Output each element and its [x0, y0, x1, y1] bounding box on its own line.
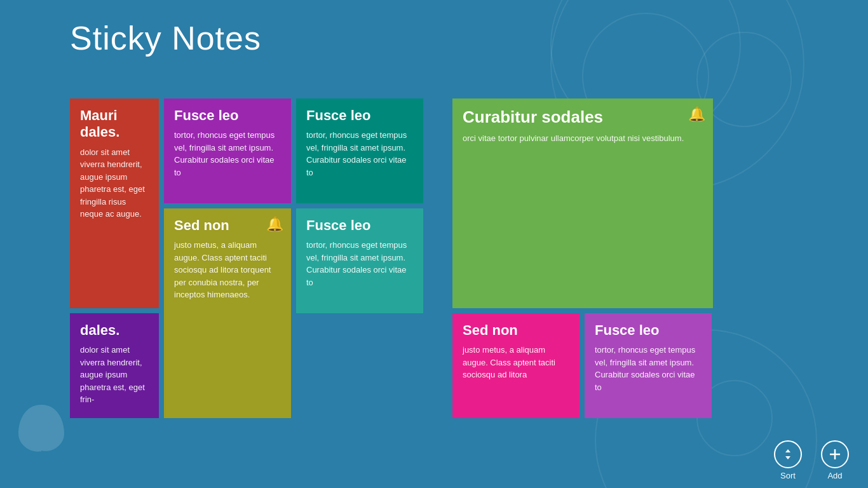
- note-body: tortor, rhoncus eget tempus vel, fringil…: [306, 239, 413, 288]
- page-title: Sticky Notes: [70, 19, 261, 57]
- note-title: Sed non: [174, 217, 281, 234]
- note-sed-non-olive[interactable]: 🔔 Sed non justo metus, a aliquam augue. …: [164, 208, 291, 418]
- note-title: dales.: [80, 322, 149, 339]
- note-mauridales[interactable]: Mauri dales. dolor sit amet viverra hend…: [70, 98, 159, 308]
- note-title: Mauri dales.: [80, 107, 149, 141]
- note-title: Sed non: [463, 322, 569, 339]
- note-body: tortor, rhoncus eget tempus vel, fringil…: [595, 344, 702, 393]
- column-2: Fusce leo tortor, rhoncus eget tempus ve…: [164, 98, 291, 418]
- note-fusce-teal-bottom[interactable]: Fusce leo tortor, rhoncus eget tempus ve…: [296, 208, 423, 313]
- note-title: Fusce leo: [306, 107, 413, 124]
- note-title: Fusce leo: [174, 107, 281, 124]
- note-title: Fusce leo: [306, 217, 413, 234]
- note-body: tortor, rhoncus eget tempus vel, fringil…: [306, 129, 413, 179]
- sort-action[interactable]: Sort: [774, 440, 802, 480]
- note-body: justo metus, a aliquam augue. Class apte…: [174, 239, 281, 301]
- column-1: Mauri dales. dolor sit amet viverra hend…: [70, 98, 159, 418]
- add-icon[interactable]: [821, 440, 849, 468]
- note-title: Curabitur sodales: [463, 107, 703, 127]
- add-action[interactable]: Add: [821, 440, 849, 480]
- note-fusce-purple[interactable]: Fusce leo tortor, rhoncus eget tempus ve…: [164, 98, 291, 203]
- note-body: justo metus, a aliquam augue. Class apte…: [463, 344, 569, 381]
- bell-icon: 🔔: [266, 216, 283, 233]
- notes-grid: Mauri dales. dolor sit amet viverra hend…: [70, 98, 713, 418]
- note-fusce-magenta[interactable]: Fusce leo tortor, rhoncus eget tempus ve…: [585, 313, 712, 418]
- note-sed-non-pink[interactable]: Sed non justo metus, a aliquam augue. Cl…: [452, 313, 580, 418]
- sort-icon[interactable]: [774, 440, 802, 468]
- note-body: dolor sit amet viverra hendrerit, augue …: [80, 146, 149, 220]
- column-3: Fusce leo tortor, rhoncus eget tempus ve…: [296, 98, 423, 418]
- leaf-decoration: [13, 399, 70, 456]
- bottom-row: Sed non justo metus, a aliquam augue. Cl…: [452, 313, 713, 418]
- sort-label: Sort: [780, 471, 796, 480]
- add-label: Add: [827, 471, 842, 480]
- note-title: Fusce leo: [595, 322, 702, 339]
- note-body: tortor, rhoncus eget tempus vel, fringil…: [174, 129, 281, 179]
- bottom-bar: Sort Add: [728, 432, 868, 488]
- spacer: [428, 98, 447, 418]
- note-fusce-teal-top[interactable]: Fusce leo tortor, rhoncus eget tempus ve…: [296, 98, 423, 203]
- note-body: orci vitae tortor pulvinar ullamcorper v…: [463, 132, 703, 145]
- bell-icon: 🔔: [688, 106, 705, 123]
- note-dales[interactable]: dales. dolor sit amet viverra hendrerit,…: [70, 313, 159, 418]
- note-curabitur[interactable]: 🔔 Curabitur sodales orci vitae tortor pu…: [452, 98, 713, 308]
- column-4: 🔔 Curabitur sodales orci vitae tortor pu…: [452, 98, 713, 418]
- note-body: dolor sit amet viverra hendrerit, augue …: [80, 344, 149, 406]
